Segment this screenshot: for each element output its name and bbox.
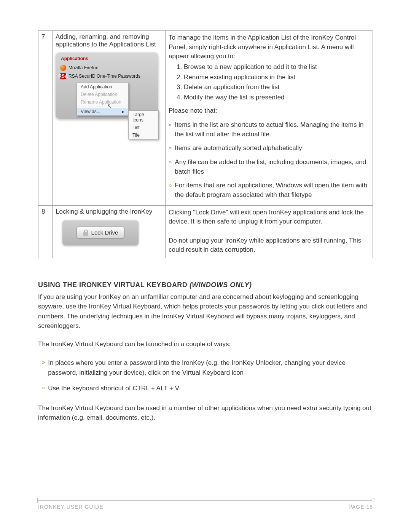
app-row-firefox: Mozilla Firefox <box>56 64 158 72</box>
chevron-right-icon: ▸ <box>122 109 124 114</box>
footer-rule <box>38 500 373 501</box>
table-row: 8 Locking & unplugging the IronKey Lock … <box>38 205 373 258</box>
table-row: 7 Adding, renaming, and removing applica… <box>38 31 373 206</box>
row-title-cell: Locking & unplugging the IronKey Lock Dr… <box>53 205 166 258</box>
context-menu: Add Application Delete Application Renam… <box>76 83 129 116</box>
lock-para-1: Clicking "Lock Drive" will exit open Iro… <box>169 208 370 227</box>
chevron-icon: » <box>169 144 172 153</box>
lockdrive-panel-screenshot: Lock Drive <box>62 220 139 245</box>
lock-icon <box>83 230 88 236</box>
instruction-table: 7 Adding, renaming, and removing applica… <box>38 30 373 258</box>
row-number: 7 <box>38 31 53 206</box>
row-description-cell: Clicking "Lock Drive" will exit open Iro… <box>166 205 373 258</box>
list-item-text: In places where you enter a password int… <box>48 358 373 377</box>
note-text: For items that are not applications, Win… <box>175 181 370 200</box>
context-menu-viewas: View as... ▸ <box>77 108 128 115</box>
step-4: Modify the way the list is presented <box>184 93 370 103</box>
chevron-icon: » <box>169 120 172 139</box>
body-paragraph-3: The IronKey Virtual Keyboard can be used… <box>38 403 373 423</box>
rsa-icon: RSA <box>60 73 66 79</box>
context-menu-separator <box>77 107 128 107</box>
note-item: »Any file can be added to the list, incl… <box>169 155 370 179</box>
row-title-cell: Adding, renaming, and removing applicati… <box>53 31 166 206</box>
lock-para-2: Do not unplug your IronKey while applica… <box>169 236 370 255</box>
applications-panel-screenshot: Applications Mozilla Firefox RSA RSA Sec… <box>56 52 158 119</box>
submenu-list: List <box>129 124 158 131</box>
cursor-icon: ↖ <box>107 102 112 110</box>
apps-heading: Applications <box>56 55 158 64</box>
footer-right: PAGE 18 <box>349 504 373 510</box>
note-item: »For items that are not applications, Wi… <box>169 179 370 202</box>
row-number: 8 <box>38 205 53 258</box>
lock-drive-label: Lock Drive <box>91 229 118 236</box>
context-menu-rename: Rename Application <box>77 98 128 106</box>
app-label: RSA SecurID One-Time Passwords <box>68 73 140 79</box>
note-label: Please note that: <box>169 106 370 116</box>
lock-drive-button: Lock Drive <box>76 227 125 238</box>
intro-text: To manage the items in the Application L… <box>169 33 370 61</box>
section-heading: USING THE IRONKEY VIRTUAL KEYBOARD (WIND… <box>38 281 373 289</box>
submenu-large-icons: Large Icons <box>129 111 158 124</box>
launch-methods-list: »In places where you enter a password in… <box>42 355 373 396</box>
footer-left: IRONKEY USER GUIDE <box>38 504 104 510</box>
viewas-label: View as... <box>81 109 100 114</box>
context-menu-delete: Delete Application <box>77 91 128 98</box>
step-1: Browse to a new application to add it to… <box>184 62 370 72</box>
row-title: Adding, renaming, and removing applicati… <box>56 33 162 48</box>
list-item: »Use the keyboard shortcut of CTRL + ALT… <box>42 380 373 396</box>
app-row-rsa: RSA RSA SecurID One-Time Passwords <box>56 72 158 80</box>
note-text: Items in the list are shortcuts to actua… <box>175 120 370 139</box>
list-item: »In places where you enter a password in… <box>42 355 373 380</box>
firefox-icon <box>60 65 66 71</box>
step-2: Rename existing applications in the list <box>184 72 370 83</box>
row-description-cell: To manage the items in the Application L… <box>166 31 373 206</box>
submenu-tile: Tile <box>129 131 158 139</box>
viewas-submenu: Large Icons List Tile <box>128 110 159 139</box>
body-paragraph-1: If you are using your IronKey on an unfa… <box>38 292 373 331</box>
app-label: Mozilla Firefox <box>68 65 98 70</box>
chevron-icon: » <box>42 358 45 377</box>
note-text: Items are automatically sorted alphabeti… <box>175 144 302 153</box>
page-footer: IRONKEY USER GUIDE PAGE 18 <box>38 504 373 510</box>
chevron-icon: » <box>169 158 172 176</box>
step-3: Delete an application from the list <box>184 82 370 93</box>
chevron-icon: » <box>42 383 45 393</box>
heading-qualifier: (WINDOWS ONLY) <box>190 281 252 289</box>
note-text: Any file can be added to the list, inclu… <box>175 158 370 176</box>
body-paragraph-2: The IronKey Virtual Keyboard can be laun… <box>38 339 373 349</box>
note-item: »Items are automatically sorted alphabet… <box>169 141 370 155</box>
chevron-icon: » <box>169 181 172 200</box>
list-item-text: Use the keyboard shortcut of CTRL + ALT … <box>48 383 179 393</box>
note-item: »Items in the list are shortcuts to actu… <box>169 118 370 141</box>
heading-main: USING THE IRONKEY VIRTUAL KEYBOARD <box>38 281 190 289</box>
context-menu-add: Add Application <box>77 83 128 91</box>
row-title: Locking & unplugging the IronKey <box>56 208 162 216</box>
ordered-steps: Browse to a new application to add it to… <box>169 62 370 103</box>
notes-list: »Items in the list are shortcuts to actu… <box>169 118 370 202</box>
